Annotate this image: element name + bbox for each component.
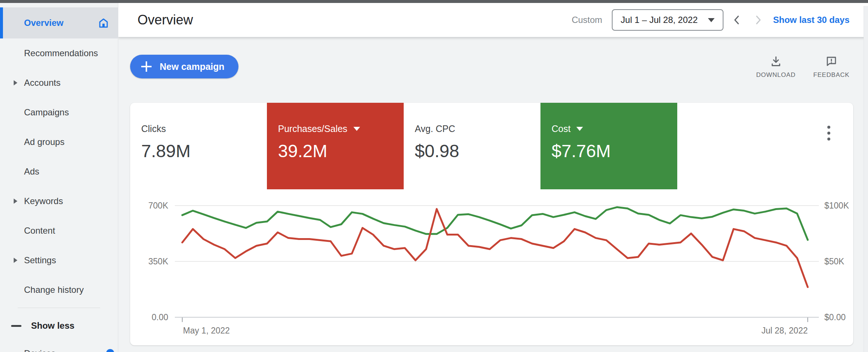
scorecard-label: Cost [552,123,570,134]
chevron-left-icon [730,14,743,26]
svg-text:$50K: $50K [824,257,844,266]
show-less-button[interactable]: Show less [0,310,118,341]
plus-icon [141,61,152,72]
download-button[interactable]: DOWNLOAD [756,55,796,79]
sidebar-item-recommendations[interactable]: Recommendations [0,38,118,68]
scorecard-label: Clicks [141,123,166,134]
minus-icon [11,325,21,327]
sidebar-item-label: Overview [24,18,64,28]
sidebar-item-change-history[interactable]: Change history [0,275,118,305]
scorecard-value: 39.2M [278,141,404,161]
page-header: Overview Custom Jul 1 – Jul 28, 2022 Sho… [118,3,868,37]
show-less-label: Show less [31,321,74,331]
content-area: New campaign DOWNLOAD FEEDBACK [118,37,864,352]
sidebar-item-devices-partial[interactable]: Devices [24,348,55,352]
new-campaign-label: New campaign [160,61,224,72]
chevron-down-icon [708,18,715,22]
sidebar-item-keywords[interactable]: Keywords [0,186,118,216]
feedback-icon [825,55,838,68]
sidebar-item-label: Accounts [24,78,61,88]
scorecard-strip: Clicks 7.89M Purchases/Sales 39.2M Avg. … [130,103,853,189]
sidebar-item-accounts[interactable]: Accounts [0,68,118,98]
sidebar-item-overview[interactable]: Overview [0,7,118,38]
sidebar-nav: Overview Recommendations Accounts Campai… [0,3,118,352]
kebab-dot [827,126,830,129]
sidebar-item-settings[interactable]: Settings [0,246,118,275]
kebab-dot [827,138,830,141]
main-area: Overview Custom Jul 1 – Jul 28, 2022 Sho… [118,3,868,352]
sidebar-item-label: Campaigns [24,107,69,118]
date-range-value: Jul 1 – Jul 28, 2022 [621,15,698,25]
toolbar-row: New campaign DOWNLOAD FEEDBACK [130,55,853,78]
date-controls: Custom Jul 1 – Jul 28, 2022 Show last 30… [572,9,850,31]
expand-caret-icon [14,80,17,85]
previous-period-button[interactable] [729,12,745,28]
sidebar-item-content[interactable]: Content [0,216,118,246]
page-title: Overview [138,12,193,28]
sidebar-item-campaigns[interactable]: Campaigns [0,98,118,127]
svg-text:$0.00: $0.00 [824,312,846,322]
chevron-down-icon [576,127,583,131]
scorecard-value: $7.76M [552,141,677,161]
scorecard-label: Avg. CPC [415,123,455,134]
svg-text:700K: 700K [148,201,168,210]
sidebar-item-label: Ad groups [24,137,64,147]
card-actions: DOWNLOAD FEEDBACK [756,55,850,79]
feedback-label: FEEDBACK [813,71,850,79]
chevron-right-icon [752,14,764,26]
devices-blue-indicator [106,349,114,352]
scorecard-value: $0.98 [415,141,540,161]
expand-caret-icon [14,199,17,204]
sidebar-item-ads[interactable]: Ads [0,157,118,186]
sidebar-item-label: Settings [24,255,56,265]
download-icon [769,55,783,68]
sidebar-item-label: Content [24,226,55,236]
svg-text:May 1, 2022: May 1, 2022 [183,326,230,335]
range-type-label: Custom [572,15,602,25]
vertical-scrollbar[interactable] [864,6,868,352]
date-range-picker[interactable]: Jul 1 – Jul 28, 2022 [612,9,723,31]
svg-text:0.00: 0.00 [152,312,168,322]
svg-text:Jul 28, 2022: Jul 28, 2022 [762,326,808,335]
sidebar-item-label: Change history [24,285,84,295]
chevron-down-icon [353,127,360,131]
timeseries-chart: 0.00350K700K$0.00$50K$100KMay 1, 2022Jul… [130,189,853,345]
svg-text:350K: 350K [148,257,168,266]
scorecard-purchases-sales[interactable]: Purchases/Sales 39.2M [267,103,404,189]
feedback-button[interactable]: FEEDBACK [813,55,850,79]
sidebar-item-label: Recommendations [24,48,98,58]
top-window-strip [0,0,868,3]
overview-card: Clicks 7.89M Purchases/Sales 39.2M Avg. … [130,103,853,345]
download-label: DOWNLOAD [756,71,796,79]
sidebar-divider [18,308,100,308]
show-last-30-days-link[interactable]: Show last 30 days [773,15,850,25]
svg-text:$100K: $100K [824,201,849,210]
scorecard-filler [677,103,853,189]
scorecard-clicks: Clicks 7.89M [130,103,267,189]
kebab-dot [827,132,830,135]
scorecard-label: Purchases/Sales [278,123,347,134]
expand-caret-icon [14,258,17,263]
line-chart-canvas: 0.00350K700K$0.00$50K$100KMay 1, 2022Jul… [130,189,853,345]
sidebar-item-ad-groups[interactable]: Ad groups [0,127,118,157]
sidebar-item-label: Keywords [24,196,63,206]
home-icon [98,17,109,28]
scorecard-cost[interactable]: Cost $7.76M [540,103,677,189]
sidebar-item-label: Ads [24,166,39,177]
card-overflow-menu-button[interactable] [821,125,836,141]
new-campaign-button[interactable]: New campaign [130,55,238,78]
scorecard-value: 7.89M [141,141,267,161]
scorecard-avg-cpc: Avg. CPC $0.98 [404,103,540,189]
next-period-button[interactable] [750,12,766,28]
